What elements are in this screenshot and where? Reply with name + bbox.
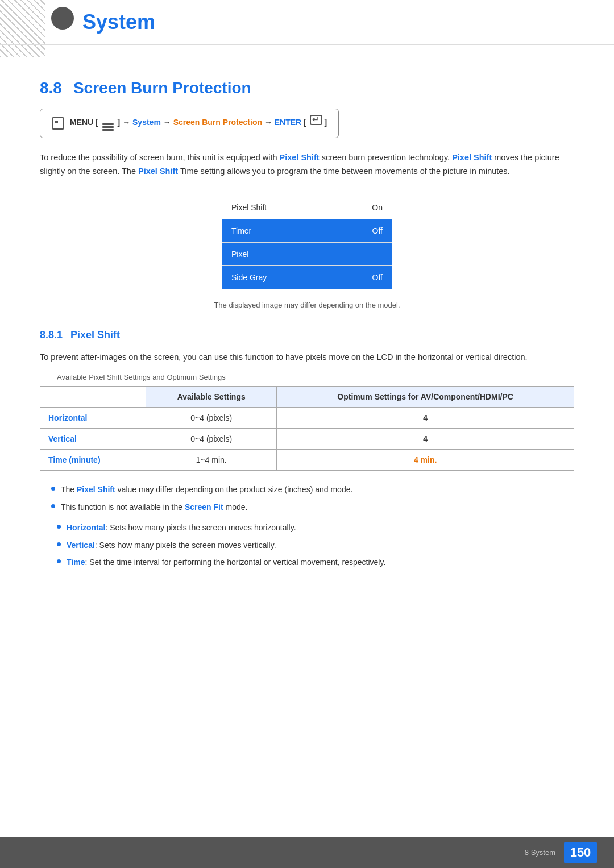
enter-icon [310,115,322,125]
bullet-dot-4 [57,542,61,546]
bullet-dot-5 [57,559,61,563]
table-caption: Available Pixel Shift Settings and Optim… [40,373,574,381]
enter-bracket-open: [ [304,118,306,127]
sub-section-heading: 8.8.1 Pixel Shift [40,329,574,341]
horizontal-bold: Horizontal [67,523,105,532]
table-header-row: Available Settings Optimum Settings for … [40,387,574,408]
menu-screenshot: Pixel Shift On Timer Off Pixel Side Gray… [40,196,574,289]
menu-item-timer: Timer Off [222,219,392,243]
menu-label: MENU [70,118,93,127]
section-heading: 8.8 Screen Burn Protection [40,79,574,97]
table-header-empty [40,387,146,408]
path-text: MENU [ ] → System → Screen Burn Protecti… [70,115,327,132]
bullet-dot-1 [51,487,55,491]
footer-page-number: 150 [564,842,597,863]
page-title-bar: System [0,0,614,45]
outer-bullet-horizontal-text: Horizontal: Sets how many pixels the scr… [67,521,296,534]
menu-box: Pixel Shift On Timer Off Pixel Side Gray… [222,196,392,289]
sub-description: To prevent after-images on the screen, y… [40,350,574,364]
table-cell-time-optimum: 4 min. [277,450,574,471]
inner-bullet-2: This function is not available in the Sc… [51,501,574,513]
table-header-optimum: Optimum Settings for AV/Component/HDMI/P… [277,387,574,408]
vertical-bold: Vertical [67,541,95,550]
arrow2: → [163,118,173,127]
menu-item-pixel: Pixel [222,243,392,266]
path-enter: ENTER [275,118,301,127]
table-cell-vertical-available: 0~4 (pixels) [146,429,277,450]
menu-item-side-gray: Side Gray Off [222,266,392,289]
menu-item-timer-name: Timer [231,226,251,235]
outer-bullet-vertical-text: Vertical: Sets how many pixels the scree… [67,539,276,551]
menu-item-side-gray-value: Off [372,273,383,282]
section-number: 8.8 [40,79,62,97]
table-cell-time-label: Time (minute) [40,450,146,471]
outer-bullet-horizontal: Horizontal: Sets how many pixels the scr… [57,521,574,534]
table-cell-vertical-label: Vertical [40,429,146,450]
bullet-dot-3 [57,525,61,529]
bullet-dot-2 [51,504,55,508]
arrow3: → [264,118,275,127]
main-content: 8.8 Screen Burn Protection MENU [ ] → Sy… [0,45,614,622]
time-bold: Time [67,558,85,567]
menu-item-side-gray-name: Side Gray [231,273,267,282]
outer-bullet-list: Horizontal: Sets how many pixels the scr… [40,521,574,568]
section-title: Screen Burn Protection [73,79,251,97]
outer-bullet-time: Time: Set the time interval for performi… [57,556,574,568]
sub-section-title: Pixel Shift [70,329,120,341]
inner-bullet-list: The Pixel Shift value may differ dependi… [40,483,574,513]
pixel-shift-ref-1: Pixel Shift [280,153,320,162]
outer-bullet-time-text: Time: Set the time interval for performi… [67,556,385,568]
table-cell-horizontal-label: Horizontal [40,408,146,429]
section-description: To reduce the possibility of screen burn… [40,151,574,178]
grid-icon [102,123,114,132]
menu-item-pixel-shift: Pixel Shift On [222,196,392,219]
time-label-bold: Time [48,455,67,464]
sub-section-number: 8.8.1 [40,329,63,341]
inner-bullet-2-text: This function is not available in the Sc… [61,501,247,513]
path-system: System [132,118,161,127]
table-cell-horizontal-available: 0~4 (pixels) [146,408,277,429]
outer-bullet-vertical: Vertical: Sets how many pixels the scree… [57,539,574,551]
menu-caption: The displayed image may differ depending… [40,301,574,309]
path-screen-burn: Screen Burn Protection [173,118,262,127]
table-header-available: Available Settings [146,387,277,408]
table-cell-horizontal-optimum: 4 [277,408,574,429]
footer-section-text: 8 System [525,848,555,857]
pixel-shift-table: Available Settings Optimum Settings for … [40,386,574,471]
table-row-horizontal: Horizontal 0~4 (pixels) 4 [40,408,574,429]
page-footer: 8 System 150 [0,837,614,868]
pixel-shift-ref-3: Pixel Shift [138,167,178,176]
page-title: System [82,10,580,34]
inner-bullet-1-text: The Pixel Shift value may differ dependi… [61,483,352,496]
pixel-shift-ref-2: Pixel Shift [452,153,492,162]
enter-bracket-close: ] [325,118,327,127]
pixel-shift-bold-inner: Pixel Shift [77,485,115,494]
inner-bullet-1: The Pixel Shift value may differ dependi… [51,483,574,496]
screen-fit-bold: Screen Fit [185,502,223,512]
bracket-open: [ [96,118,98,127]
menu-item-pixel-name: Pixel [231,250,248,259]
menu-path-box: MENU [ ] → System → Screen Burn Protecti… [40,109,339,138]
menu-item-pixel-shift-name: Pixel Shift [231,203,267,212]
table-row-vertical: Vertical 0~4 (pixels) 4 [40,429,574,450]
arrow1: → [122,118,132,127]
table-cell-time-available: 1~4 min. [146,450,277,471]
bracket-close: ] [118,118,121,127]
settings-icon [52,117,64,130]
menu-item-pixel-shift-value: On [372,203,383,212]
table-row-time: Time (minute) 1~4 min. 4 min. [40,450,574,471]
table-cell-vertical-optimum: 4 [277,429,574,450]
menu-item-timer-value: Off [372,226,383,235]
